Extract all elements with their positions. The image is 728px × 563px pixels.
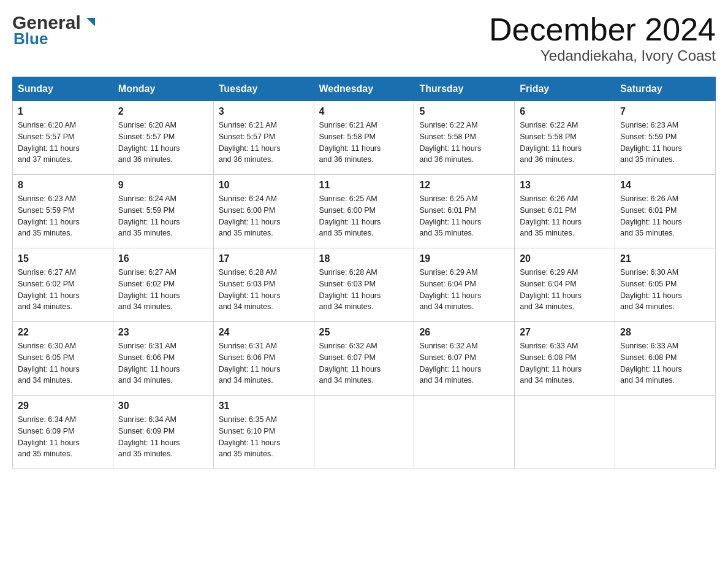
- day-number: 11: [319, 180, 409, 191]
- calendar-day-cell: 13 Sunrise: 6:26 AM Sunset: 6:01 PM Dayl…: [515, 175, 615, 248]
- day-number: 9: [118, 180, 208, 191]
- calendar-week-row: 22 Sunrise: 6:30 AM Sunset: 6:05 PM Dayl…: [13, 322, 716, 396]
- calendar-table: SundayMondayTuesdayWednesdayThursdayFrid…: [12, 77, 716, 469]
- day-number: 12: [419, 180, 509, 191]
- logo-arrow-icon: [84, 15, 97, 31]
- calendar-day-cell: 30 Sunrise: 6:34 AM Sunset: 6:09 PM Dayl…: [113, 396, 213, 469]
- empty-cell: [314, 396, 414, 469]
- column-header-sunday: Sunday: [13, 77, 113, 101]
- day-number: 10: [219, 180, 309, 191]
- day-number: 8: [18, 180, 108, 191]
- day-number: 27: [520, 327, 610, 338]
- day-info: Sunrise: 6:25 AM Sunset: 6:01 PM Dayligh…: [419, 193, 509, 239]
- calendar-day-cell: 3 Sunrise: 6:21 AM Sunset: 5:57 PM Dayli…: [213, 101, 314, 175]
- calendar-day-cell: 18 Sunrise: 6:28 AM Sunset: 6:03 PM Dayl…: [314, 248, 414, 322]
- day-info: Sunrise: 6:29 AM Sunset: 6:04 PM Dayligh…: [520, 267, 610, 313]
- day-number: 19: [419, 253, 509, 264]
- calendar-week-row: 15 Sunrise: 6:27 AM Sunset: 6:02 PM Dayl…: [13, 248, 716, 322]
- day-number: 3: [219, 106, 309, 117]
- day-number: 6: [520, 106, 610, 117]
- calendar-day-cell: 14 Sunrise: 6:26 AM Sunset: 6:01 PM Dayl…: [615, 175, 716, 248]
- calendar-day-cell: 11 Sunrise: 6:25 AM Sunset: 6:00 PM Dayl…: [314, 175, 414, 248]
- day-info: Sunrise: 6:23 AM Sunset: 5:59 PM Dayligh…: [620, 120, 710, 166]
- calendar-day-cell: 23 Sunrise: 6:31 AM Sunset: 6:06 PM Dayl…: [113, 322, 213, 396]
- calendar-day-cell: 17 Sunrise: 6:28 AM Sunset: 6:03 PM Dayl…: [213, 248, 314, 322]
- title-block: December 2024 Yedandiekaha, Ivory Coast: [489, 12, 716, 64]
- calendar-day-cell: 24 Sunrise: 6:31 AM Sunset: 6:06 PM Dayl…: [213, 322, 314, 396]
- day-number: 29: [18, 400, 108, 412]
- day-info: Sunrise: 6:28 AM Sunset: 6:03 PM Dayligh…: [319, 267, 409, 313]
- day-info: Sunrise: 6:23 AM Sunset: 5:59 PM Dayligh…: [18, 193, 108, 239]
- day-info: Sunrise: 6:33 AM Sunset: 6:08 PM Dayligh…: [620, 340, 710, 386]
- day-info: Sunrise: 6:32 AM Sunset: 6:07 PM Dayligh…: [419, 340, 509, 386]
- day-number: 31: [219, 400, 309, 412]
- calendar-week-row: 29 Sunrise: 6:34 AM Sunset: 6:09 PM Dayl…: [13, 396, 716, 469]
- day-info: Sunrise: 6:30 AM Sunset: 6:05 PM Dayligh…: [18, 340, 108, 386]
- calendar-day-cell: 4 Sunrise: 6:21 AM Sunset: 5:58 PM Dayli…: [314, 101, 414, 175]
- calendar-day-cell: 26 Sunrise: 6:32 AM Sunset: 6:07 PM Dayl…: [414, 322, 515, 396]
- calendar-day-cell: 28 Sunrise: 6:33 AM Sunset: 6:08 PM Dayl…: [615, 322, 716, 396]
- day-info: Sunrise: 6:28 AM Sunset: 6:03 PM Dayligh…: [219, 267, 309, 313]
- day-info: Sunrise: 6:29 AM Sunset: 6:04 PM Dayligh…: [419, 267, 509, 313]
- calendar-day-cell: 15 Sunrise: 6:27 AM Sunset: 6:02 PM Dayl…: [13, 248, 113, 322]
- calendar-week-row: 8 Sunrise: 6:23 AM Sunset: 5:59 PM Dayli…: [13, 175, 716, 248]
- calendar-day-cell: 1 Sunrise: 6:20 AM Sunset: 5:57 PM Dayli…: [13, 101, 113, 175]
- column-header-thursday: Thursday: [414, 77, 515, 101]
- calendar-day-cell: 5 Sunrise: 6:22 AM Sunset: 5:58 PM Dayli…: [414, 101, 515, 175]
- calendar-day-cell: 9 Sunrise: 6:24 AM Sunset: 5:59 PM Dayli…: [113, 175, 213, 248]
- day-info: Sunrise: 6:34 AM Sunset: 6:09 PM Dayligh…: [18, 414, 108, 460]
- day-number: 24: [219, 327, 309, 338]
- svg-marker-0: [86, 18, 95, 26]
- calendar-day-cell: 10 Sunrise: 6:24 AM Sunset: 6:00 PM Dayl…: [213, 175, 314, 248]
- day-info: Sunrise: 6:30 AM Sunset: 6:05 PM Dayligh…: [620, 267, 710, 313]
- calendar-day-cell: 8 Sunrise: 6:23 AM Sunset: 5:59 PM Dayli…: [13, 175, 113, 248]
- day-number: 25: [319, 327, 409, 338]
- day-info: Sunrise: 6:22 AM Sunset: 5:58 PM Dayligh…: [419, 120, 509, 166]
- day-info: Sunrise: 6:31 AM Sunset: 6:06 PM Dayligh…: [118, 340, 208, 386]
- day-info: Sunrise: 6:22 AM Sunset: 5:58 PM Dayligh…: [520, 120, 610, 166]
- day-info: Sunrise: 6:24 AM Sunset: 6:00 PM Dayligh…: [219, 193, 309, 239]
- month-title: December 2024: [489, 12, 716, 47]
- page-header: General Blue December 2024 Yedandiekaha,…: [12, 12, 716, 64]
- day-info: Sunrise: 6:25 AM Sunset: 6:00 PM Dayligh…: [319, 193, 409, 239]
- calendar-day-cell: 20 Sunrise: 6:29 AM Sunset: 6:04 PM Dayl…: [515, 248, 615, 322]
- empty-cell: [414, 396, 515, 469]
- day-info: Sunrise: 6:33 AM Sunset: 6:08 PM Dayligh…: [520, 340, 610, 386]
- day-number: 30: [118, 400, 208, 412]
- calendar-day-cell: 16 Sunrise: 6:27 AM Sunset: 6:02 PM Dayl…: [113, 248, 213, 322]
- column-header-wednesday: Wednesday: [314, 77, 414, 101]
- calendar-day-cell: 12 Sunrise: 6:25 AM Sunset: 6:01 PM Dayl…: [414, 175, 515, 248]
- column-header-friday: Friday: [515, 77, 615, 101]
- day-number: 15: [18, 253, 108, 264]
- day-number: 20: [520, 253, 610, 264]
- day-number: 21: [620, 253, 710, 264]
- day-number: 28: [620, 327, 710, 338]
- logo-blue-text: Blue: [13, 29, 48, 48]
- calendar-day-cell: 22 Sunrise: 6:30 AM Sunset: 6:05 PM Dayl…: [13, 322, 113, 396]
- day-info: Sunrise: 6:34 AM Sunset: 6:09 PM Dayligh…: [118, 414, 208, 460]
- day-info: Sunrise: 6:26 AM Sunset: 6:01 PM Dayligh…: [520, 193, 610, 239]
- day-info: Sunrise: 6:24 AM Sunset: 5:59 PM Dayligh…: [118, 193, 208, 239]
- calendar-day-cell: 25 Sunrise: 6:32 AM Sunset: 6:07 PM Dayl…: [314, 322, 414, 396]
- calendar-day-cell: 19 Sunrise: 6:29 AM Sunset: 6:04 PM Dayl…: [414, 248, 515, 322]
- calendar-day-cell: 31 Sunrise: 6:35 AM Sunset: 6:10 PM Dayl…: [213, 396, 314, 469]
- column-header-monday: Monday: [113, 77, 213, 101]
- calendar-day-cell: 6 Sunrise: 6:22 AM Sunset: 5:58 PM Dayli…: [515, 101, 615, 175]
- logo: General Blue: [12, 12, 97, 48]
- empty-cell: [515, 396, 615, 469]
- calendar-day-cell: 21 Sunrise: 6:30 AM Sunset: 6:05 PM Dayl…: [615, 248, 716, 322]
- day-number: 13: [520, 180, 610, 191]
- day-info: Sunrise: 6:27 AM Sunset: 6:02 PM Dayligh…: [118, 267, 208, 313]
- day-info: Sunrise: 6:32 AM Sunset: 6:07 PM Dayligh…: [319, 340, 409, 386]
- location-title: Yedandiekaha, Ivory Coast: [489, 47, 716, 64]
- day-number: 5: [419, 106, 509, 117]
- day-info: Sunrise: 6:21 AM Sunset: 5:58 PM Dayligh…: [319, 120, 409, 166]
- calendar-day-cell: 7 Sunrise: 6:23 AM Sunset: 5:59 PM Dayli…: [615, 101, 716, 175]
- empty-cell: [615, 396, 716, 469]
- calendar-day-cell: 29 Sunrise: 6:34 AM Sunset: 6:09 PM Dayl…: [13, 396, 113, 469]
- day-number: 14: [620, 180, 710, 191]
- day-info: Sunrise: 6:27 AM Sunset: 6:02 PM Dayligh…: [18, 267, 108, 313]
- day-number: 22: [18, 327, 108, 338]
- day-number: 1: [18, 106, 108, 117]
- day-info: Sunrise: 6:31 AM Sunset: 6:06 PM Dayligh…: [219, 340, 309, 386]
